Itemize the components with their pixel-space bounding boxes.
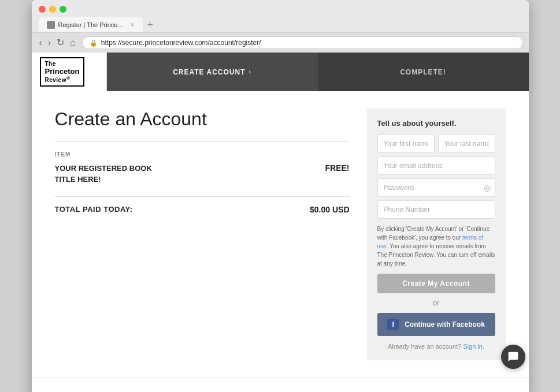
forward-button[interactable]: › <box>46 38 53 47</box>
minimize-window-button[interactable] <box>49 6 56 13</box>
show-password-icon[interactable]: ◎ <box>484 183 491 192</box>
maximize-window-button[interactable] <box>60 6 66 13</box>
form-title: Tell us about yourself. <box>377 119 495 128</box>
first-name-field[interactable] <box>377 135 435 153</box>
total-row: TOTAL PAID TODAY: $0.00 USD <box>55 196 350 214</box>
logo-review: Review <box>45 76 80 83</box>
item-section-label: ITEM <box>55 151 350 158</box>
signin-text: Already have an account? Sign in. <box>377 343 495 350</box>
item-price: FREE! <box>325 163 350 173</box>
right-section: Tell us about yourself. ◎ <box>367 109 506 360</box>
terms-text: By clicking 'Create My Account' or 'Cont… <box>377 225 495 268</box>
main-content: Create an Account ITEM YOUR REGISTERED B… <box>32 91 529 378</box>
logo-the: The <box>45 61 80 67</box>
refresh-button[interactable]: ↻ <box>55 38 66 47</box>
faq-title: FAQs <box>55 390 506 392</box>
create-account-button[interactable]: Create My Account <box>377 274 495 293</box>
already-have-account-text: Already have an account? <box>388 343 461 350</box>
logo-princeton: Princeton <box>45 67 80 76</box>
lock-icon: 🔒 <box>90 39 98 47</box>
browser-tabs: Register | The Princeton Revie... × + <box>39 17 522 32</box>
faq-section: FAQs › IS MY INFORMATION SECURE? › WHAT … <box>32 378 529 392</box>
navigation-buttons: ‹ › ↻ ⌂ <box>38 38 77 47</box>
tab-complete[interactable]: COMPLETE! <box>318 53 529 91</box>
phone-row <box>377 200 495 219</box>
item-name: YOUR REGISTERED BOOKTITLE HERE! <box>55 163 152 184</box>
left-section: Create an Account ITEM YOUR REGISTERED B… <box>55 109 350 360</box>
chevron-right-icon: › <box>249 69 251 75</box>
browser-window: Register | The Princeton Revie... × + ‹ … <box>32 0 529 392</box>
url-text: https://secure.princetonreview.com/accou… <box>101 39 261 47</box>
browser-chrome: Register | The Princeton Revie... × + <box>32 0 529 33</box>
nav-tabs: CREATE ACCOUNT › COMPLETE! <box>107 53 529 91</box>
signin-link[interactable]: Sign in. <box>463 343 484 350</box>
tab-title: Register | The Princeton Revie... <box>58 21 125 28</box>
close-window-button[interactable] <box>39 6 46 13</box>
active-tab[interactable]: Register | The Princeton Revie... × <box>39 17 143 32</box>
password-wrapper: ◎ <box>377 178 495 197</box>
password-field[interactable] <box>377 178 495 197</box>
page-content: The Princeton Review CREATE ACCOUNT › CO… <box>32 53 529 392</box>
home-button[interactable]: ⌂ <box>68 38 77 47</box>
chat-icon <box>507 351 519 363</box>
total-label: TOTAL PAID TODAY: <box>55 205 133 214</box>
window-controls <box>39 6 522 13</box>
title-divider <box>55 141 350 142</box>
item-row: YOUR REGISTERED BOOKTITLE HERE! FREE! <box>55 163 350 184</box>
last-name-field[interactable] <box>438 135 495 153</box>
complete-tab-label: COMPLETE! <box>400 68 446 76</box>
facebook-login-button[interactable]: f Continue with Facebook <box>377 313 495 336</box>
chat-button[interactable] <box>501 345 525 369</box>
tab-favicon <box>47 21 55 29</box>
or-divider: or <box>377 299 495 307</box>
facebook-icon: f <box>387 319 399 330</box>
email-field[interactable] <box>377 156 495 175</box>
page-title: Create an Account <box>55 109 350 130</box>
logo-area: The Princeton Review <box>32 53 107 91</box>
form-card: Tell us about yourself. ◎ <box>367 109 506 360</box>
terms-after: . You also agree to receive emails from … <box>377 243 495 267</box>
site-header: The Princeton Review CREATE ACCOUNT › CO… <box>32 53 529 91</box>
tab-create-account[interactable]: CREATE ACCOUNT › <box>107 53 318 91</box>
phone-field[interactable] <box>377 200 495 219</box>
url-bar[interactable]: 🔒 https://secure.princetonreview.com/acc… <box>82 36 523 49</box>
email-row <box>377 156 495 175</box>
tab-close-button[interactable]: × <box>130 21 134 29</box>
create-account-tab-label: CREATE ACCOUNT <box>173 68 245 76</box>
total-amount: $0.00 USD <box>310 205 349 214</box>
address-bar-container: ‹ › ↻ ⌂ 🔒 https://secure.princetonreview… <box>32 33 529 53</box>
princeton-review-logo[interactable]: The Princeton Review <box>40 57 85 87</box>
name-row <box>377 135 495 153</box>
new-tab-button[interactable]: + <box>144 19 157 32</box>
facebook-btn-label: Continue with Facebook <box>405 320 485 328</box>
password-row: ◎ <box>377 178 495 197</box>
back-button[interactable]: ‹ <box>38 38 44 47</box>
